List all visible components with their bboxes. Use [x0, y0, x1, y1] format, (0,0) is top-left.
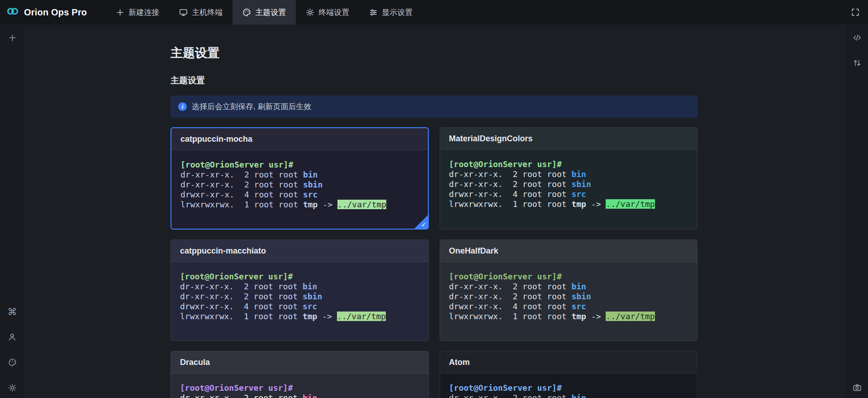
rail-button-user[interactable] — [6, 331, 18, 343]
rail-button-code[interactable] — [851, 32, 863, 43]
rail-button-appearance[interactable] — [6, 356, 18, 368]
right-sidebar-top — [851, 24, 863, 69]
app-title: Orion Ops Pro — [24, 7, 87, 18]
app-brand: Orion Ops Pro — [0, 5, 87, 20]
main-nav: 新建连接主机终端主题设置终端设置显示设置 — [106, 0, 422, 24]
theme-card-catppuccin-mocha[interactable]: catppuccin-mocha [root@OrionServer usr]#… — [171, 127, 429, 230]
theme-preview-terminal: [root@OrionServer usr]#dr-xr-xr-x. 2 roo… — [171, 374, 428, 398]
theme-preview-terminal: [root@OrionServer usr]#dr-xr-xr-x. 2 roo… — [171, 150, 428, 229]
theme-name: Dracula — [180, 358, 210, 367]
theme-card-Atom[interactable]: Atom [root@OrionServer usr]#dr-xr-xr-x. … — [440, 351, 698, 398]
code-icon — [853, 33, 862, 42]
theme-card-header: catppuccin-mocha — [171, 128, 428, 150]
nav-item-display-settings[interactable]: 显示设置 — [359, 0, 422, 24]
command-icon: ⌘ — [8, 307, 17, 316]
rail-button-add[interactable] — [6, 32, 18, 43]
theme-grid: catppuccin-mocha [root@OrionServer usr]#… — [171, 127, 697, 398]
left-sidebar: ⌘ — [0, 24, 24, 398]
theme-name: catppuccin-mocha — [180, 134, 252, 144]
left-sidebar-top — [6, 24, 18, 43]
terminal-icon — [179, 8, 188, 17]
theme-preview-terminal: [root@OrionServer usr]#dr-xr-xr-x. 2 roo… — [440, 374, 697, 398]
top-navbar: Orion Ops Pro 新建连接主机终端主题设置终端设置显示设置 — [0, 0, 868, 24]
rail-button-screenshot[interactable] — [851, 382, 863, 393]
theme-card-OneHalfDark[interactable]: OneHalfDark [root@OrionServer usr]#dr-xr… — [440, 240, 698, 341]
rail-button-sort[interactable] — [851, 57, 863, 69]
user-icon — [8, 332, 17, 341]
gear-icon — [306, 8, 314, 17]
nav-item-label: 主机终端 — [192, 7, 223, 18]
nav-item-new-connection[interactable]: 新建连接 — [106, 0, 169, 24]
app-logo-icon — [6, 5, 19, 20]
page-title: 主题设置 — [171, 45, 846, 61]
theme-preview-terminal: [root@OrionServer usr]#dr-xr-xr-x. 2 roo… — [440, 150, 697, 228]
theme-card-header: OneHalfDark — [440, 240, 697, 262]
nav-item-label: 新建连接 — [128, 7, 159, 18]
theme-name: MaterialDesignColors — [449, 134, 533, 144]
theme-name: Atom — [449, 358, 470, 367]
left-sidebar-bottom: ⌘ — [6, 306, 18, 398]
theme-name: OneHalfDark — [449, 246, 498, 256]
right-sidebar-bottom — [851, 382, 863, 398]
info-alert-text: 选择后会立刻保存, 刷新页面后生效 — [192, 101, 311, 112]
gear-icon — [8, 384, 17, 392]
palette-icon — [242, 8, 251, 17]
info-alert: i 选择后会立刻保存, 刷新页面后生效 — [171, 96, 697, 118]
camera-icon — [853, 383, 862, 392]
theme-card-Dracula[interactable]: Dracula [root@OrionServer usr]#dr-xr-xr-… — [171, 351, 429, 398]
palette-icon — [8, 358, 17, 367]
theme-preview-terminal: [root@OrionServer usr]#dr-xr-xr-x. 2 roo… — [171, 262, 428, 340]
theme-card-header: Atom — [440, 351, 697, 374]
theme-card-MaterialDesignColors[interactable]: MaterialDesignColors [root@OrionServer u… — [440, 127, 698, 230]
theme-card-catppuccin-macchiato[interactable]: catppuccin-macchiato [root@OrionServer u… — [171, 240, 429, 341]
theme-preview-terminal: [root@OrionServer usr]#dr-xr-xr-x. 2 roo… — [440, 262, 697, 340]
info-icon: i — [178, 102, 187, 111]
plus-icon — [116, 8, 124, 17]
rail-button-shortcuts[interactable]: ⌘ — [6, 306, 18, 317]
sort-icon — [853, 58, 862, 67]
theme-name: catppuccin-macchiato — [180, 246, 266, 256]
nav-item-terminal-settings[interactable]: 终端设置 — [296, 0, 359, 24]
right-sidebar — [846, 24, 868, 398]
nav-item-label: 终端设置 — [318, 7, 349, 18]
plus-icon — [8, 34, 17, 42]
theme-card-header: catppuccin-macchiato — [171, 240, 428, 262]
nav-item-label: 显示设置 — [382, 7, 413, 18]
display-icon — [369, 8, 378, 17]
rail-button-settings[interactable] — [6, 382, 18, 393]
nav-item-host-terminal[interactable]: 主机终端 — [169, 0, 232, 24]
theme-card-header: MaterialDesignColors — [440, 128, 697, 150]
nav-item-theme-settings[interactable]: 主题设置 — [232, 0, 296, 24]
main-content: 主题设置 主题设置 i 选择后会立刻保存, 刷新页面后生效 catppuccin… — [24, 24, 846, 398]
fullscreen-icon[interactable] — [851, 8, 860, 17]
check-icon: ✓ — [421, 221, 427, 228]
nav-item-label: 主题设置 — [255, 7, 286, 18]
navbar-actions — [851, 8, 868, 17]
section-title: 主题设置 — [171, 75, 846, 86]
theme-card-header: Dracula — [171, 351, 428, 374]
